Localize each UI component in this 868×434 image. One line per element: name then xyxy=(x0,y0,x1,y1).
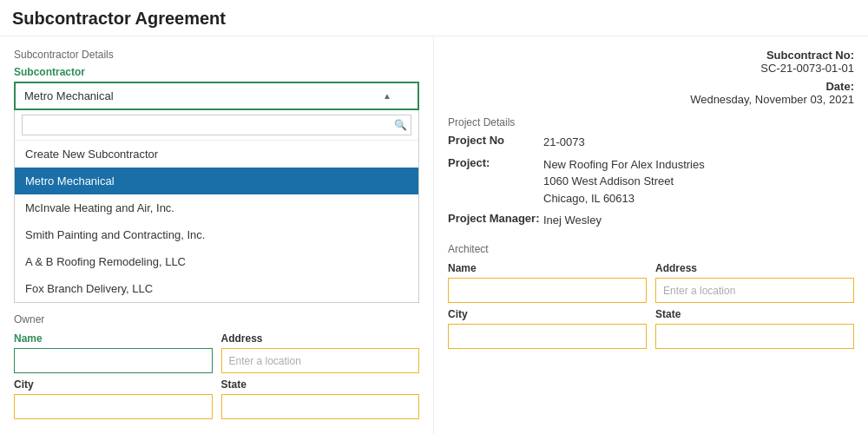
project-manager-label: Project Manager: xyxy=(448,212,543,229)
right-panel: Subcontract No: SC-21-0073-01-01 Date: W… xyxy=(434,36,868,434)
architect-state-label: State xyxy=(655,308,854,320)
project-no-label: Project No xyxy=(448,134,543,151)
subcontract-no-value: SC-21-0073-01-01 xyxy=(760,62,854,75)
dropdown-item-fox[interactable]: Fox Branch Delivery, LLC xyxy=(15,275,418,302)
architect-name-input[interactable] xyxy=(448,278,647,303)
dropdown-selected-value[interactable]: Metro Mechanical ▲ xyxy=(14,82,419,110)
owner-city-input[interactable] xyxy=(14,394,213,419)
chevron-up-icon: ▲ xyxy=(383,91,391,101)
project-label: Project: xyxy=(448,156,543,207)
architect-city-state-row: City State xyxy=(448,308,854,349)
architect-label: Architect xyxy=(448,240,854,255)
architect-address-group: Address xyxy=(655,262,854,303)
date-label: Date: xyxy=(825,80,854,93)
architect-state-group: State xyxy=(655,308,854,349)
owner-address-input[interactable] xyxy=(221,348,420,373)
dropdown-item-ab[interactable]: A & B Roofing Remodeling, LLC xyxy=(15,248,418,275)
architect-city-input[interactable] xyxy=(448,324,647,349)
owner-section: Owner Name Address City State xyxy=(14,310,419,419)
subcontractor-field-label: Subcontractor xyxy=(14,66,419,78)
architect-section: Architect Name Address City State xyxy=(448,240,854,349)
architect-name-label: Name xyxy=(448,262,647,274)
owner-name-label: Name xyxy=(14,332,213,345)
dropdown-item-create[interactable]: Create New Subcontractor xyxy=(15,141,418,168)
architect-address-input[interactable] xyxy=(655,278,854,303)
architect-city-group: City xyxy=(448,308,647,349)
left-panel: Subcontractor Details Subcontractor Metr… xyxy=(0,36,434,434)
architect-name-group: Name xyxy=(448,262,647,303)
dropdown-menu: 🔍 Create New Subcontractor Metro Mechani… xyxy=(14,110,419,303)
architect-city-label: City xyxy=(448,308,647,320)
owner-address-label: Address xyxy=(221,332,420,345)
subcontract-info: Subcontract No: SC-21-0073-01-01 Date: W… xyxy=(448,49,854,106)
owner-city-label: City xyxy=(14,378,213,391)
owner-state-label: State xyxy=(221,378,420,391)
owner-state-input[interactable] xyxy=(221,394,420,419)
project-manager-value: Inej Wesley xyxy=(543,212,854,229)
project-details-section: Project Details Project No 21-0073 Proje… xyxy=(448,116,854,229)
dropdown-item-smith[interactable]: Smith Painting and Contracting, Inc. xyxy=(15,221,418,248)
owner-city-state-row: City State xyxy=(14,378,419,419)
subcontractor-dropdown[interactable]: Metro Mechanical ▲ 🔍 Create New Subcontr… xyxy=(14,82,419,303)
subcontract-no-label: Subcontract No: xyxy=(766,49,854,62)
project-grid: Project No 21-0073 Project: New Roofing … xyxy=(448,134,854,229)
dropdown-search-input[interactable] xyxy=(22,115,411,135)
project-no-value: 21-0073 xyxy=(543,134,854,151)
owner-name-input[interactable] xyxy=(14,348,213,373)
dropdown-search-row: 🔍 xyxy=(15,110,418,141)
owner-state-group: State xyxy=(221,378,420,419)
page-title: Subcontractor Agreement xyxy=(0,0,868,36)
owner-address-group: Address xyxy=(221,332,420,373)
owner-name-address-row: Name Address xyxy=(14,332,419,373)
architect-name-address-row: Name Address xyxy=(448,262,854,303)
project-details-label: Project Details xyxy=(448,116,854,128)
dropdown-item-metro[interactable]: Metro Mechanical xyxy=(15,168,418,194)
search-icon: 🔍 xyxy=(394,119,407,131)
architect-state-input[interactable] xyxy=(655,324,854,349)
owner-label: Owner xyxy=(14,310,419,326)
subcontractor-section-label: Subcontractor Details xyxy=(14,49,419,61)
project-value: New Roofing For Alex Industries 1060 Wes… xyxy=(543,156,854,207)
date-value: Wednesday, November 03, 2021 xyxy=(690,93,854,106)
dropdown-item-mcinvale[interactable]: McInvale Heating and Air, Inc. xyxy=(15,194,418,221)
owner-name-group: Name xyxy=(14,332,213,373)
owner-city-group: City xyxy=(14,378,213,419)
architect-address-label: Address xyxy=(655,262,854,274)
